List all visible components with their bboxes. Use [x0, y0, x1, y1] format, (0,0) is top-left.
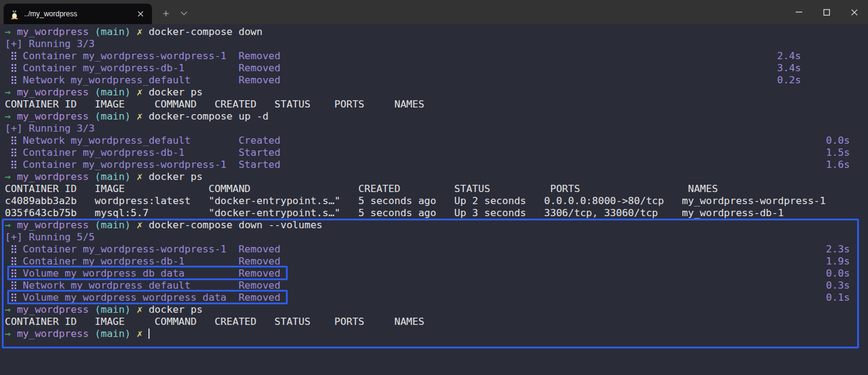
window-close-icon[interactable] [840, 0, 868, 24]
table-line: CONTAINER ID IMAGE COMMAND CREATED STATU… [5, 183, 868, 195]
duration-value: 0.0s [826, 268, 850, 280]
prompt-arrow: → [5, 304, 17, 315]
prompt-directory: my_wordpress [17, 328, 95, 339]
prompt-git-branch: (main) [95, 304, 137, 315]
prompt-status-icon: ✗ [137, 219, 149, 231]
output-line: Network my_wordpress_default Created0.0s [5, 135, 868, 147]
output-text [5, 62, 11, 74]
command-text: docker-compose down [148, 26, 262, 37]
prompt-directory: my_wordpress [17, 171, 95, 182]
prompt-line: → my_wordpress (main) ✗ docker ps [5, 171, 868, 183]
duration-value: 2.4s [777, 50, 801, 62]
output-line: Container my_wordpress-wordpress-1 Start… [5, 159, 868, 171]
duration-value: 1.9s [826, 255, 850, 268]
minimize-icon[interactable] [785, 0, 813, 24]
output-text: Container my_wordpress-wordpress-1 Remov… [17, 50, 280, 62]
output-text: Container my_wordpress-wordpress-1 Remov… [17, 243, 280, 255]
prompt-arrow: → [5, 219, 17, 231]
prompt-status-icon: ✗ [137, 171, 149, 182]
braille-spinner-icon [11, 51, 17, 60]
table-text: CONTAINER ID IMAGE COMMAND CREATED STATU… [5, 98, 424, 110]
new-tab-icon[interactable]: + [157, 4, 175, 22]
prompt-status-icon: ✗ [137, 26, 149, 37]
prompt-directory: my_wordpress [17, 26, 95, 37]
output-line: Volume my_wordpress_wordpress_data Remov… [5, 292, 868, 304]
output-text [5, 135, 11, 146]
braille-spinner-icon [11, 280, 17, 290]
output-text: [+] Running 3/3 [5, 123, 95, 134]
output-line: Container my_wordpress-db-1 Removed1.9s [5, 255, 868, 268]
tab-title: ../my_wordpress [24, 10, 129, 18]
tux-icon [10, 8, 19, 19]
command-text: docker ps [148, 86, 202, 98]
output-line: [+] Running 5/5 [5, 231, 868, 243]
output-text: Network my_wordpress_default Removed [17, 74, 280, 86]
table-line: c4089abb3a2b wordpress:latest "docker-en… [5, 195, 868, 207]
table-text: CONTAINER ID IMAGE COMMAND CREATED STATU… [5, 316, 424, 327]
duration-value: 0.3s [826, 280, 850, 292]
braille-spinner-icon [11, 63, 17, 72]
prompt-git-branch: (main) [95, 86, 137, 98]
table-text: c4089abb3a2b wordpress:latest "docker-en… [5, 195, 826, 207]
output-text: Container my_wordpress-db-1 Removed [17, 62, 280, 74]
prompt-arrow: → [5, 171, 17, 182]
output-text: Container my_wordpress-db-1 Started [17, 147, 280, 158]
output-line: Container my_wordpress-wordpress-1 Remov… [5, 243, 868, 255]
duration-value: 1.6s [826, 159, 850, 171]
tab-close-icon[interactable] [134, 7, 147, 21]
chevron-down-icon[interactable] [175, 4, 193, 22]
duration-value: 1.5s [826, 147, 850, 159]
braille-spinner-icon [11, 292, 17, 302]
output-line: Network my_wordpress_default Removed0.2s [5, 74, 868, 86]
prompt-directory: my_wordpress [17, 86, 95, 98]
output-text [5, 159, 11, 170]
output-text [5, 280, 11, 291]
maximize-icon[interactable] [813, 0, 840, 24]
table-line: CONTAINER ID IMAGE COMMAND CREATED STATU… [5, 98, 868, 111]
prompt-status-icon: ✗ [137, 111, 149, 122]
output-line: Volume my_wordpress_db_data Removed0.0s [5, 268, 868, 280]
prompt-status-icon: ✗ [137, 304, 149, 315]
terminal-tab[interactable]: ../my_wordpress [4, 4, 152, 24]
prompt-arrow: → [5, 111, 17, 122]
prompt-line: → my_wordpress (main) ✗ docker ps [5, 86, 868, 98]
prompt-git-branch: (main) [95, 219, 137, 231]
titlebar: ../my_wordpress + [0, 0, 868, 24]
output-text: [+] Running 5/5 [5, 231, 95, 243]
prompt-directory: my_wordpress [17, 304, 95, 315]
prompt-line: → my_wordpress (main) ✗ docker-compose d… [5, 219, 868, 231]
prompt-status-icon: ✗ [137, 328, 149, 339]
prompt-git-branch: (main) [95, 111, 137, 122]
duration-value: 0.2s [777, 74, 801, 86]
braille-spinner-icon [11, 268, 17, 278]
prompt-git-branch: (main) [95, 26, 137, 37]
prompt-line: → my_wordpress (main) ✗ [5, 328, 868, 340]
output-text [5, 74, 11, 86]
text-cursor [148, 329, 150, 339]
braille-spinner-icon [11, 75, 17, 85]
output-text: [+] Running 3/3 [5, 38, 95, 50]
output-text [5, 147, 11, 158]
prompt-arrow: → [5, 328, 17, 339]
prompt-arrow: → [5, 86, 17, 98]
output-text: Network my_wordpress_default Removed [17, 280, 280, 291]
prompt-line: → my_wordpress (main) ✗ docker-compose d… [5, 26, 868, 38]
table-line: 035f643cb75b mysql:5.7 "docker-entrypoin… [5, 207, 868, 219]
table-text: 035f643cb75b mysql:5.7 "docker-entrypoin… [5, 207, 784, 219]
output-line: [+] Running 3/3 [5, 38, 868, 50]
output-text [5, 50, 11, 62]
braille-spinner-icon [11, 159, 17, 169]
output-text: Volume my_wordpress_wordpress_data Remov… [17, 292, 280, 303]
terminal-output-area[interactable]: → my_wordpress (main) ✗ docker-compose d… [0, 24, 868, 375]
output-text [5, 243, 11, 255]
output-line: Container my_wordpress-wordpress-1 Remov… [5, 50, 868, 62]
duration-value: 2.3s [826, 243, 850, 255]
prompt-line: → my_wordpress (main) ✗ docker ps [5, 304, 868, 316]
table-line: CONTAINER ID IMAGE COMMAND CREATED STATU… [5, 316, 868, 328]
output-text [5, 292, 11, 303]
duration-value: 0.1s [826, 292, 850, 304]
braille-spinner-icon [11, 244, 17, 254]
output-text [5, 268, 11, 279]
output-text: Container my_wordpress-wordpress-1 Start… [17, 159, 280, 170]
command-text: docker-compose up -d [148, 111, 268, 122]
